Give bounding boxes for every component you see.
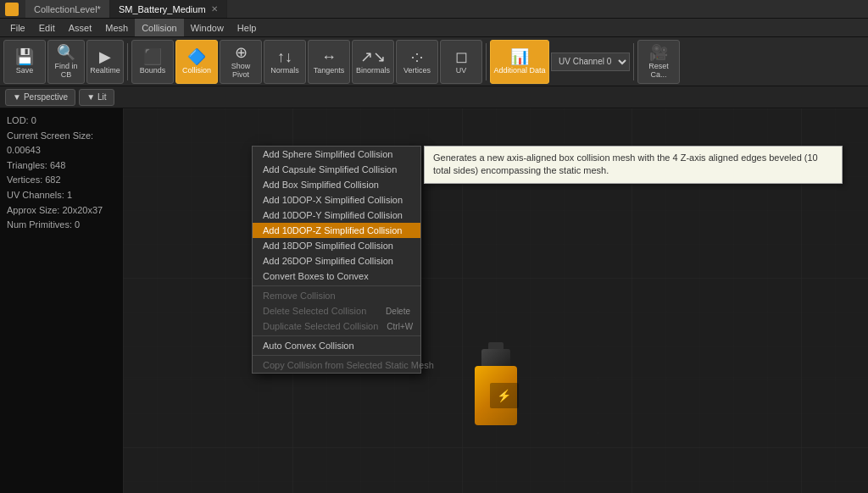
menu-add-10dop-x[interactable]: Add 10DOP-X Simplified Collision [253, 192, 420, 208]
menu-add-sphere[interactable]: Add Sphere Simplified Collision [253, 147, 420, 162]
menu-duplicate-selected[interactable]: Duplicate Selected Collision Ctrl+W [253, 319, 420, 334]
menu-add-26dop[interactable]: Add 26DOP Simplified Collision [253, 253, 420, 269]
menu-remove-collision[interactable]: Remove Collision [253, 288, 420, 303]
viewport[interactable]: ⚡ Add Sphere Simplified Collision Add Ca… [123, 108, 868, 493]
toolbar-separator-3 [633, 43, 634, 80]
menu-edit[interactable]: Edit [32, 19, 62, 36]
collision-dropdown-menu: Add Sphere Simplified Collision Add Caps… [252, 146, 421, 374]
menu-file[interactable]: File [3, 19, 32, 36]
lit-chevron-icon: ▼ [86, 92, 95, 102]
find-in-cb-button[interactable]: 🔍 Find in CB [47, 40, 85, 84]
tab-collection-level[interactable]: CollectionLevel* [25, 0, 110, 18]
battery-model: ⚡ [466, 349, 526, 425]
main-area: LOD: 0 Current Screen Size: 0.00643 Tria… [0, 108, 868, 493]
realtime-icon: ▶ [99, 49, 111, 64]
menu-asset[interactable]: Asset [62, 19, 99, 36]
reset-camera-icon: 🎥 [649, 45, 668, 60]
reset-camera-button[interactable]: 🎥 Reset Ca... [637, 40, 680, 84]
vertices-icon: ·:· [410, 49, 423, 64]
tooltip: Generates a new axis-aligned box collisi… [424, 146, 843, 184]
menubar: File Edit Asset Mesh Collision Window He… [0, 19, 868, 37]
uv-button[interactable]: ◻ UV [440, 40, 482, 84]
toolbar-separator-1 [127, 43, 128, 80]
menu-help[interactable]: Help [231, 19, 264, 36]
vertices-button[interactable]: ·:· Vertices [396, 40, 438, 84]
menu-auto-convex[interactable]: Auto Convex Collision [253, 338, 420, 353]
tab-close-icon[interactable]: ✕ [211, 4, 218, 14]
menu-convert-boxes[interactable]: Convert Boxes to Convex [253, 269, 420, 284]
show-pivot-icon: ⊕ [235, 45, 248, 60]
vertices-label: Vertices: 682 [7, 173, 116, 188]
additional-data-button[interactable]: 📊 Additional Data [490, 40, 549, 84]
tangents-icon: ↔ [321, 49, 337, 64]
show-pivot-button[interactable]: ⊕ Show Pivot [220, 40, 262, 84]
battery-body: ⚡ [475, 366, 517, 425]
binormals-button[interactable]: ↗↘ Binormals [352, 40, 394, 84]
menu-separator-2 [253, 335, 420, 336]
num-primitives-label: Num Primitives: 0 [7, 218, 116, 233]
bounds-button[interactable]: ⬛ Bounds [131, 40, 174, 84]
find-icon: 🔍 [57, 45, 75, 60]
menu-separator-1 [253, 285, 420, 286]
screen-size-label: Current Screen Size: 0.00643 [7, 129, 116, 158]
collision-icon: 🔷 [187, 49, 206, 64]
menu-add-box[interactable]: Add Box Simplified Collision [253, 177, 420, 192]
save-icon: 💾 [15, 49, 34, 64]
toolbar: 💾 Save 🔍 Find in CB ▶ Realtime ⬛ Bounds … [0, 37, 868, 86]
triangles-label: Triangles: 648 [7, 158, 116, 174]
normals-button[interactable]: ↑↓ Normals [264, 40, 306, 84]
tangents-button[interactable]: ↔ Tangents [308, 40, 350, 84]
titlebar: CollectionLevel* SM_Battery_Medium ✕ [0, 0, 868, 19]
info-panel: LOD: 0 Current Screen Size: 0.00643 Tria… [0, 108, 123, 493]
realtime-button[interactable]: ▶ Realtime [86, 40, 124, 84]
toolbar-separator-2 [486, 43, 487, 80]
uv-icon: ◻ [455, 49, 468, 64]
menu-mesh[interactable]: Mesh [98, 19, 135, 36]
menu-add-10dop-z[interactable]: Add 10DOP-Z Simplified Collision [253, 223, 420, 238]
lod-label: LOD: 0 [7, 114, 116, 129]
uv-channel-select[interactable]: UV Channel 0 [551, 53, 630, 71]
tab-sm-battery[interactable]: SM_Battery_Medium ✕ [110, 0, 227, 18]
menu-collision[interactable]: Collision [135, 19, 184, 36]
collision-button[interactable]: 🔷 Collision [175, 40, 218, 84]
menu-add-18dop[interactable]: Add 18DOP Simplified Collision [253, 238, 420, 253]
menu-window[interactable]: Window [184, 19, 231, 36]
menu-separator-3 [253, 355, 420, 356]
menu-delete-selected[interactable]: Delete Selected Collision Delete [253, 303, 420, 319]
bounds-icon: ⬛ [143, 49, 162, 64]
chevron-down-icon: ▼ [13, 92, 21, 102]
binormals-icon: ↗↘ [360, 49, 386, 64]
menu-copy-collision[interactable]: Copy Collision from Selected Static Mesh [253, 357, 420, 373]
normals-icon: ↑↓ [277, 49, 292, 64]
perspective-toggle[interactable]: ▼ Perspective [5, 89, 75, 106]
save-button[interactable]: 💾 Save [3, 40, 46, 84]
approx-size-label: Approx Size: 20x20x37 [7, 203, 116, 219]
viewport-controls: ▼ Perspective ▼ Lit [0, 86, 868, 108]
battery-cap [481, 349, 510, 366]
app-logo [5, 3, 19, 16]
additional-data-icon: 📊 [510, 49, 529, 64]
battery-label: ⚡ [490, 383, 519, 408]
menu-add-capsule[interactable]: Add Capsule Simplified Collision [253, 162, 420, 177]
uv-channels-label: UV Channels: 1 [7, 188, 116, 203]
lit-toggle[interactable]: ▼ Lit [79, 89, 114, 106]
menu-add-10dop-y[interactable]: Add 10DOP-Y Simplified Collision [253, 208, 420, 223]
